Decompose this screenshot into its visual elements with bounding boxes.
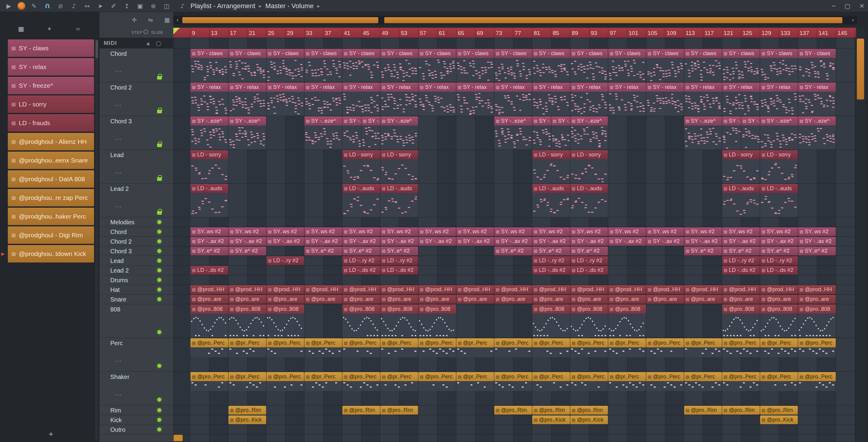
pattern-clip[interactable]: ▤@pro..are (267, 295, 304, 304)
pattern-clip[interactable]: ▤SY - relax (646, 83, 684, 116)
pattern-clip[interactable]: ▤SY..e^ #2 (722, 247, 760, 255)
picker-scrollbar-handle[interactable] (96, 40, 98, 58)
pattern-clip[interactable]: ▤@pro..808 (608, 304, 646, 337)
pattern-clip[interactable]: ▤@pro..Rim (228, 406, 266, 415)
pattern-clip[interactable]: ▤@prod..HH (722, 285, 760, 294)
pattern-clip[interactable]: ▤LD -..ds #2 (380, 266, 418, 275)
pattern-clip[interactable]: ▤SY -..ax #2 (342, 237, 380, 246)
scrollbar-handle[interactable] (384, 17, 842, 23)
pattern-clip[interactable]: ▤SY - relax (532, 83, 570, 116)
pattern-clip[interactable]: ▤SY -..ax #2 (418, 237, 456, 246)
pattern-clip[interactable]: ▤LD -..auds (190, 184, 228, 217)
playlist-row-partial[interactable] (173, 435, 855, 442)
playlist-row-hat[interactable]: ▤@prod..HH▤@prod..HH▤@prod..HH▤@prod..HH… (173, 285, 855, 295)
playlist-row-melodies[interactable] (173, 217, 855, 227)
pattern-clip[interactable]: ▤LD -..ds #2 (532, 266, 570, 275)
playlist-row-808[interactable]: ▤@pro..808▤@pro..808▤@pro..808▤@pro..808… (173, 304, 855, 338)
pattern-clip[interactable]: ▤@pro..Rim (342, 406, 380, 415)
pattern-clip[interactable]: ▤SY..ws #2 (304, 227, 342, 236)
pattern-clip[interactable]: ▤LD -..ry #2 (570, 256, 608, 265)
pattern-clip[interactable]: ▤LD - sorry (760, 150, 798, 183)
track-lock-icon[interactable] (157, 177, 162, 181)
scrollbar-handle[interactable] (182, 17, 378, 23)
track-lock-icon[interactable] (157, 76, 162, 80)
pattern-clip[interactable]: ▤@pro..Perc (646, 338, 684, 357)
partial-clip[interactable] (174, 435, 183, 441)
pattern-clip[interactable]: ▤LD -..ry #2 (722, 256, 760, 265)
track-mute-light[interactable] (157, 330, 161, 334)
pattern-clip[interactable]: ▤SY..ws #2 (570, 227, 608, 236)
track-header-chord-2[interactable]: Chord 2... (99, 82, 173, 116)
pattern-clip[interactable]: ▤SY -..eze^ (760, 116, 798, 150)
pattern-clip[interactable]: ▤@pro..Rim (722, 406, 760, 415)
zoom-icon[interactable]: ⊕ (149, 2, 158, 10)
pattern-clip[interactable]: ▤SY -..ax #2 (456, 237, 494, 246)
pattern-clip[interactable]: ▤@pro..Rim (380, 406, 418, 415)
pattern-clip[interactable]: ▤LD -..ds #2 (722, 266, 760, 275)
play-icon[interactable]: ▶ (4, 2, 13, 10)
pattern-clip[interactable]: ▤SY..ws #2 (267, 227, 304, 236)
pattern-clip[interactable]: ▤@pro..are (342, 295, 380, 304)
pattern-clip[interactable]: ▤@pro..Perc (342, 372, 380, 391)
pattern-clip[interactable]: ▤@pro..Perc (494, 338, 532, 357)
resize-icon[interactable]: ↔ (83, 2, 92, 10)
pattern-clip[interactable]: ▤@pro..are (190, 295, 228, 304)
pattern-clip[interactable]: ▤@pro..Perc (267, 372, 304, 391)
horizontal-scrollbar[interactable]: ‹ › (173, 16, 857, 24)
pattern-clip[interactable]: ▤LD -..auds (380, 184, 418, 217)
track-mute-light[interactable] (157, 268, 161, 272)
pattern-clip[interactable]: ▤SY -..eze^ (722, 116, 741, 150)
mute-icon[interactable]: ♪ (69, 2, 79, 10)
pattern-clip[interactable]: ▤SY -..ax #2 (190, 237, 228, 246)
pattern-clip[interactable]: ▤@prod..HH (684, 285, 722, 294)
pattern-clip[interactable]: ▤SY - claws (190, 49, 228, 82)
track-header-chord-2[interactable]: Chord 2 (99, 237, 173, 246)
picker-item[interactable]: ▤SY - claws (8, 39, 94, 57)
pattern-clip[interactable]: ▤SY..ws #2 (722, 227, 760, 236)
link-tab-icon[interactable]: ∞ (75, 25, 81, 33)
pattern-clip[interactable]: ▤@pro..Perc (190, 338, 228, 357)
pattern-clip[interactable]: ▤@pro..Perc (418, 338, 456, 357)
pattern-clip[interactable]: ▤@pr..Perc (532, 372, 570, 391)
track-mute-light[interactable] (157, 249, 161, 253)
pattern-clip[interactable]: ▤@pro..are (760, 295, 798, 304)
add-pattern-button[interactable]: + (8, 429, 94, 440)
playlist-row-lead[interactable]: ▤LD -..ry #2▤LD -..ry #2▤LD -..ry #2▤LD … (173, 256, 855, 266)
pattern-clip[interactable]: ▤SY -..eze^ (532, 116, 551, 150)
pattern-clip[interactable]: ▤SY..ws #2 (646, 227, 684, 236)
pattern-clip[interactable]: ▤SY..e^ #2 (684, 247, 722, 255)
slide-tool-icon[interactable]: ⇋ (148, 16, 153, 24)
playlist-row-chord-2[interactable]: ▤SY - relax▤SY - relax▤SY - relax▤SY - r… (173, 82, 855, 116)
pattern-clip[interactable]: ▤SY - relax (380, 83, 418, 116)
pattern-clip[interactable]: ▤SY - relax (190, 83, 228, 116)
scroll-right-button[interactable]: › (849, 16, 857, 24)
frame-icon[interactable]: ▣ (135, 2, 145, 10)
track-mute-light[interactable] (157, 239, 161, 243)
pattern-clip[interactable]: ▤@pro..808 (570, 304, 608, 337)
playlist-row-lead-2[interactable]: ▤LD -..ds #2▤LD -..ds #2▤LD -..ds #2▤LD … (173, 266, 855, 275)
pattern-clip[interactable]: ▤@pro..808 (798, 304, 836, 337)
pattern-clip[interactable]: ▤SY -..eze^ (551, 116, 570, 150)
track-lock-icon[interactable] (157, 110, 162, 113)
pattern-clip[interactable]: ▤SY - relax (494, 83, 532, 116)
pattern-clip[interactable]: ▤SY - relax (267, 83, 304, 116)
pattern-clip[interactable]: ▤SY -..ax #2 (646, 237, 684, 246)
pattern-clip[interactable]: ▤SY -..eze^ (684, 116, 722, 150)
pattern-clip[interactable]: ▤SY - claws (456, 49, 494, 82)
magnet-icon[interactable]: U (43, 2, 52, 10)
track-header-lead[interactable]: Lead... (99, 150, 173, 184)
playlist-row-midi[interactable] (173, 38, 855, 49)
pattern-clip[interactable]: ▤LD -..ds #2 (190, 266, 228, 275)
pattern-clip[interactable]: ▤LD -..auds (722, 184, 760, 217)
track-lock-icon[interactable] (157, 211, 162, 215)
pattern-clip[interactable]: ▤LD - sorry (190, 150, 228, 183)
pattern-clip[interactable]: ▤SY -..eze^ (190, 116, 228, 150)
pattern-clip[interactable]: ▤SY..e^ #2 (532, 247, 570, 255)
pattern-clip[interactable]: ▤LD -..ry #2 (380, 256, 418, 265)
pattern-clip[interactable]: ▤@pro..808 (418, 304, 456, 337)
pattern-clip[interactable]: ▤@pro..are (304, 295, 342, 304)
pattern-clip[interactable]: ▤@prod..HH (304, 285, 342, 294)
pattern-clip[interactable]: ▤LD -..auds (570, 184, 608, 217)
pattern-clip[interactable]: ▤@pro..808 (760, 304, 798, 337)
track-mute-light[interactable] (157, 364, 161, 368)
